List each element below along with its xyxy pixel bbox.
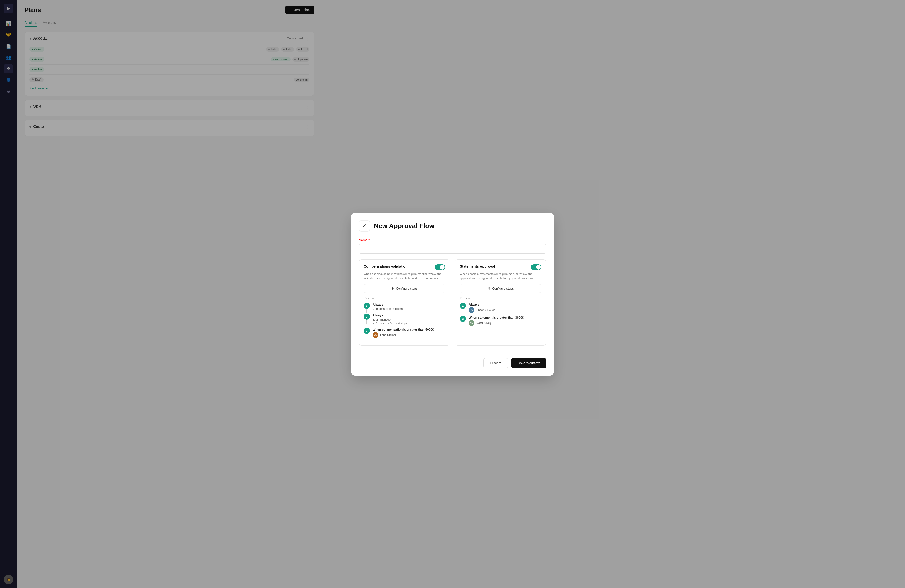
modal-overlay: ✓ New Approval Flow Name * Compensations… bbox=[0, 0, 322, 211]
